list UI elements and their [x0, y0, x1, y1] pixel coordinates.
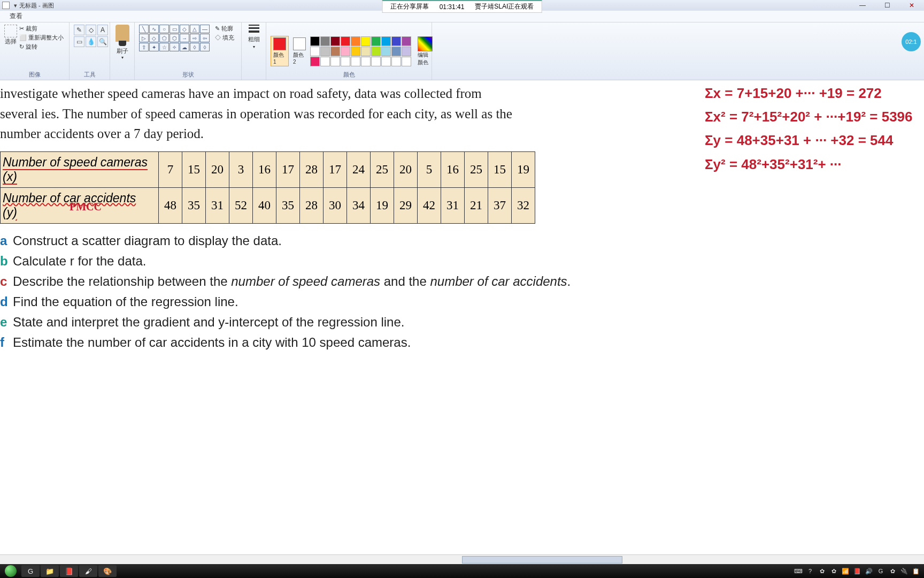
palette-swatch[interactable]: [371, 36, 381, 46]
crop-button[interactable]: ✂ 裁剪: [19, 25, 64, 33]
cell-x: 19: [512, 151, 535, 187]
group-label-colors: 颜色: [266, 71, 432, 79]
brush-icon: [116, 25, 129, 42]
tray-icon[interactable]: 🔊: [864, 566, 874, 576]
select-icon[interactable]: [4, 25, 17, 37]
color-2-button[interactable]: 颜色 2: [291, 36, 308, 66]
ribbon-group-shapes: ╲∿○▭◇△— ▷◇⬠⬡→⇨⇦ ⇧✦☆✧☁◊◊ ✎ 轮廓 ◇ 填充 形状: [135, 22, 242, 80]
palette-swatch[interactable]: [361, 36, 371, 46]
cell-x: 20: [206, 151, 229, 187]
pencil-tool[interactable]: ✎: [74, 25, 84, 35]
tray-icon[interactable]: 📋: [911, 566, 921, 576]
window-title: 无标题 - 画图: [19, 2, 54, 10]
tray-icon[interactable]: ?: [805, 566, 815, 576]
palette-swatch[interactable]: [310, 57, 320, 66]
horizontal-scrollbar[interactable]: [0, 554, 924, 564]
picker-tool[interactable]: 💧: [86, 36, 96, 47]
tray-icon[interactable]: ✿: [888, 566, 897, 576]
edit-colors-button[interactable]: 编辑颜色: [418, 36, 433, 66]
maximize-button[interactable]: ☐: [875, 0, 899, 11]
scrollbar-thumb[interactable]: [462, 556, 622, 564]
palette-swatch[interactable]: [381, 36, 391, 46]
cell-x: 20: [394, 151, 418, 187]
palette-swatch[interactable]: [320, 36, 330, 46]
tray-icon[interactable]: ✿: [817, 566, 827, 576]
palette-swatch[interactable]: [402, 36, 411, 46]
palette-swatch[interactable]: [320, 57, 330, 66]
brush-button[interactable]: 刷子 ▾: [116, 25, 129, 60]
eraser-tool[interactable]: ▭: [74, 36, 84, 47]
palette-swatch[interactable]: [330, 36, 340, 46]
palette-swatch[interactable]: [371, 57, 381, 66]
taskbar-app[interactable]: 🖌: [79, 565, 97, 577]
palette-swatch[interactable]: [402, 57, 411, 66]
palette-swatch[interactable]: [391, 57, 401, 66]
cell-x: 25: [465, 151, 488, 187]
close-button[interactable]: ✕: [899, 0, 924, 11]
cell-y: 30: [324, 187, 347, 223]
palette-swatch[interactable]: [351, 36, 360, 46]
tray-icon[interactable]: 🔌: [899, 566, 909, 576]
palette-swatch[interactable]: [351, 47, 360, 56]
taskbar-app[interactable]: G: [21, 565, 40, 577]
hw-line-4: Σy² = 48²+35²+31²+ ···: [705, 153, 924, 176]
palette-swatch[interactable]: [341, 47, 350, 56]
taskbar-app[interactable]: 📁: [41, 565, 59, 577]
cell-y: 35: [276, 187, 300, 223]
cell-y: 40: [253, 187, 276, 223]
palette-swatch[interactable]: [381, 47, 391, 56]
taskbar-app[interactable]: 📕: [60, 565, 78, 577]
share-viewer: 贾子靖SLAI正在观看: [475, 2, 534, 11]
q-b: Calculate r for the data.: [13, 254, 146, 268]
start-button[interactable]: [1, 565, 20, 577]
palette-swatch[interactable]: [341, 57, 350, 66]
paint-canvas[interactable]: investigate whether speed cameras have a…: [0, 80, 924, 564]
palette-swatch[interactable]: [391, 47, 401, 56]
minimize-button[interactable]: —: [850, 0, 875, 11]
palette-swatch[interactable]: [320, 47, 330, 56]
cell-y: 48: [159, 187, 182, 223]
cell-y: 35: [182, 187, 206, 223]
shape-fill-button[interactable]: ◇ 填充: [215, 34, 234, 42]
cell-y: 28: [300, 187, 324, 223]
windows-orb-icon: [5, 565, 17, 577]
share-timer: 01:31:41: [440, 3, 465, 11]
color-1-button[interactable]: 颜色 1: [271, 36, 289, 66]
palette-swatch[interactable]: [381, 57, 391, 66]
palette-swatch[interactable]: [371, 47, 381, 56]
rotate-button[interactable]: ↻ 旋转: [19, 43, 64, 51]
shapes-gallery[interactable]: ╲∿○▭◇△— ▷◇⬠⬡→⇨⇦ ⇧✦☆✧☁◊◊: [139, 25, 210, 51]
palette-swatch[interactable]: [402, 47, 411, 56]
palette-swatch[interactable]: [310, 47, 320, 56]
palette-swatch[interactable]: [391, 36, 401, 46]
palette-swatch[interactable]: [310, 36, 320, 46]
color-palette[interactable]: [310, 36, 411, 66]
palette-swatch[interactable]: [351, 57, 360, 66]
taskbar-app[interactable]: 🎨: [98, 565, 117, 577]
qat-dropdown[interactable]: ▾: [14, 2, 17, 9]
hw-line-1: Σx = 7+15+20 +··· +19 = 272: [705, 81, 924, 105]
menu-view[interactable]: 查看: [5, 11, 27, 22]
palette-swatch[interactable]: [361, 57, 371, 66]
tray-icon[interactable]: ⌨: [794, 566, 803, 576]
palette-swatch[interactable]: [330, 47, 340, 56]
cell-x: 16: [253, 151, 276, 187]
tray-icon[interactable]: 📕: [852, 566, 862, 576]
palette-swatch[interactable]: [330, 57, 340, 66]
text-tool[interactable]: A: [97, 25, 108, 35]
stroke-width-button[interactable]: 粗细 ▾: [248, 25, 260, 49]
resize-button[interactable]: ⬜ 重新调整大小: [19, 34, 64, 42]
taskbar: G📁📕🖌🎨 ⌨?✿✿📶📕🔊G✿🔌📋: [0, 564, 924, 578]
zoom-tool[interactable]: 🔍: [97, 36, 108, 47]
palette-swatch[interactable]: [361, 47, 371, 56]
color-1-swatch: [273, 37, 286, 50]
tray-icon[interactable]: 📶: [841, 566, 850, 576]
palette-swatch[interactable]: [341, 36, 350, 46]
ribbon-group-tools: ✎ ◇ A ▭ 💧 🔍 工具: [70, 22, 110, 80]
shape-outline-button[interactable]: ✎ 轮廓: [215, 25, 234, 33]
fill-tool[interactable]: ◇: [86, 25, 96, 35]
cell-x: 7: [159, 151, 182, 187]
rainbow-icon: [418, 36, 433, 51]
tray-icon[interactable]: ✿: [829, 566, 838, 576]
tray-icon[interactable]: G: [876, 566, 886, 576]
